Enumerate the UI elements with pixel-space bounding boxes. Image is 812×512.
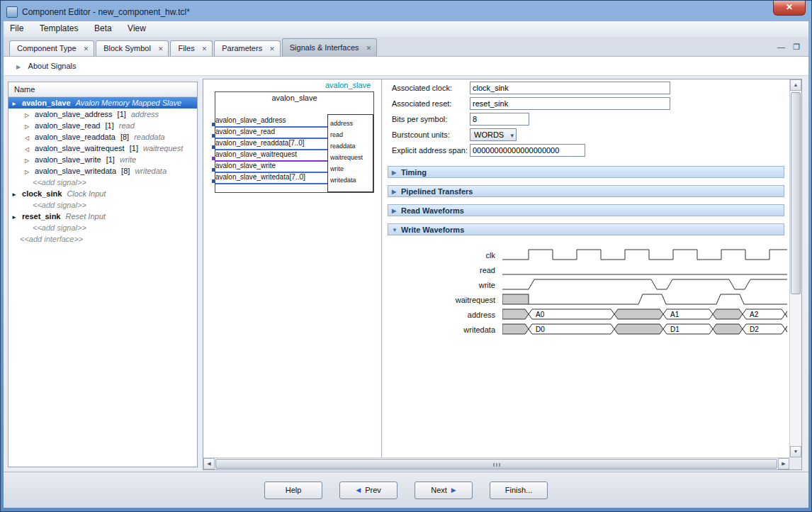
tab-block-symbol[interactable]: Block Symbol ✕: [96, 40, 169, 56]
signal-width: [1]: [105, 121, 113, 130]
finish-button[interactable]: Finish...: [490, 482, 548, 499]
tree-item-avalon-slave-waitrequest[interactable]: ◁ avalon_slave_waitrequest [1] waitreque…: [9, 143, 197, 154]
tab-close-icon[interactable]: ✕: [84, 45, 89, 52]
tree-item-avalon-slave-writedata[interactable]: ▷ avalon_slave_writedata [8] writedata: [9, 165, 197, 177]
section-read-waveforms[interactable]: ▶ Read Waveforms: [388, 204, 784, 216]
tree-item-avalon-slave-address[interactable]: ▷ avalon_slave_address [1] address: [9, 108, 197, 120]
tree-item-add-signal[interactable]: <<add signal>>: [9, 177, 197, 188]
section-write-waveforms[interactable]: ▼ Write Waveforms: [388, 223, 784, 235]
address-unknown: [785, 309, 787, 319]
tree-item-add-interface[interactable]: <<add interface>>: [9, 233, 197, 245]
titlebar: Component Editor - new_component_hw.tcl*: [6, 5, 769, 19]
tab-label: Signals & Interfaces: [290, 43, 359, 52]
menu-view[interactable]: View: [121, 21, 152, 35]
wave-label-address: address: [396, 309, 495, 321]
wave-label-read: read: [396, 265, 495, 276]
tree-item-avalon-slave-write[interactable]: ▷ avalon_slave_write [1] write: [9, 154, 197, 165]
tab-signals-interfaces[interactable]: Signals & Interfaces ✕: [282, 38, 377, 56]
section-label: Pipelined Transfers: [401, 187, 473, 196]
tree-item-avalon-slave-readdata[interactable]: ◁ avalon_slave_readdata [8] readdata: [9, 131, 197, 143]
float-window-icon[interactable]: ❐: [793, 43, 800, 51]
writedata-unknown: [713, 324, 743, 334]
menu-file[interactable]: File: [4, 21, 30, 35]
close-button[interactable]: ✕: [773, 1, 806, 16]
tree-item-reset-sink[interactable]: ► reset_sink Reset Input: [9, 211, 197, 222]
vertical-scroll-thumb[interactable]: [791, 92, 801, 294]
help-button[interactable]: Help: [264, 482, 322, 499]
signal-in-icon: ▷: [21, 167, 33, 177]
scroll-grip: [493, 463, 500, 467]
signal-name: avalon_slave_readdata: [35, 133, 115, 141]
collapsed-icon: ▶: [392, 167, 396, 179]
tab-parameters[interactable]: Parameters ✕: [214, 40, 280, 56]
app-icon: [6, 6, 18, 18]
horizontal-scrollbar[interactable]: ◀ ▶: [203, 457, 789, 469]
explicit-address-span-input[interactable]: [470, 144, 585, 157]
tab-close-icon[interactable]: ✕: [366, 45, 372, 52]
menu-templates[interactable]: Templates: [33, 21, 85, 35]
diagram-signal-label: avalon_slave_readdata[7..0]: [215, 139, 305, 147]
tabstrip: Component Type ✕ Block Symbol ✕ Files ✕ …: [4, 37, 808, 57]
collapsed-icon: ▶: [392, 205, 396, 217]
next-button[interactable]: Next ▶: [415, 482, 473, 499]
signal-out-icon: ◁: [21, 144, 33, 154]
signal-name: avalon_slave_waitrequest: [35, 144, 125, 152]
address-value: A1: [670, 311, 680, 318]
client-area: File Templates Beta View Component Type …: [4, 21, 808, 508]
tab-close-icon[interactable]: ✕: [269, 45, 275, 52]
section-timing[interactable]: ▶ Timing: [388, 166, 784, 178]
block-symbol-preview: avalon_slave avalon_slave avalon_slave_a…: [203, 79, 382, 457]
diagram-signal-read: avalon_slave_read: [215, 128, 327, 139]
writedata-value-seg: [743, 324, 785, 334]
interface-properties-panel: Associated clock: Associated reset: Bits…: [382, 79, 789, 457]
diagram-signal-label: avalon_slave_write: [215, 162, 276, 169]
about-signals-bar[interactable]: ▶ About Signals: [4, 57, 808, 76]
waitrequest-waveform: [529, 294, 787, 304]
diagram-port: waitrequest: [328, 152, 373, 163]
tab-close-icon[interactable]: ✕: [158, 45, 164, 52]
burstcount-units-label: Burstcount units:: [392, 128, 450, 141]
signals-tree-panel: Name ► avalon_slave Avalon Memory Mapped…: [8, 82, 198, 467]
tree-item-add-signal[interactable]: <<add signal>>: [9, 222, 197, 233]
associated-reset-input[interactable]: [470, 97, 670, 110]
tab-files[interactable]: Files ✕: [170, 40, 213, 56]
tree-item-add-signal[interactable]: <<add signal>>: [9, 199, 197, 211]
scrollbar-corner: [789, 457, 801, 469]
tree-item-avalon-slave[interactable]: ► avalon_slave Avalon Memory Mapped Slav…: [9, 97, 197, 108]
associated-clock-input[interactable]: [470, 82, 670, 94]
tab-close-icon[interactable]: ✕: [202, 45, 208, 52]
menu-beta[interactable]: Beta: [88, 21, 118, 35]
minimize-icon[interactable]: —: [777, 43, 785, 51]
signal-type: waitrequest: [143, 144, 183, 152]
diagram-signal-waitrequest: avalon_slave_waitrequest: [215, 150, 327, 162]
close-icon: ✕: [786, 2, 793, 12]
wave-label-write: write: [396, 279, 495, 291]
diagram-signal-label: avalon_slave_address: [215, 116, 286, 124]
prev-button[interactable]: ◀ Prev: [339, 482, 397, 499]
bits-per-symbol-input[interactable]: [470, 113, 529, 126]
scroll-right-button[interactable]: ▶: [778, 458, 789, 469]
tree-item-clock-sink[interactable]: ► clock_sink Clock Input: [9, 188, 197, 199]
vertical-scrollbar[interactable]: ▲ ▼: [789, 79, 801, 457]
scroll-left-button[interactable]: ◀: [203, 458, 215, 469]
next-button-label: Next: [431, 486, 447, 494]
writedata-unknown: [614, 324, 663, 334]
burstcount-units-value: WORDS: [474, 130, 504, 139]
add-interface-label: <<add interface>>: [20, 235, 83, 243]
address-value-seg: [743, 309, 785, 319]
tree-header-name: Name: [9, 82, 197, 97]
collapsed-icon: ▶: [392, 186, 396, 198]
scroll-down-button[interactable]: ▼: [790, 446, 801, 457]
tab-component-type[interactable]: Component Type ✕: [9, 40, 94, 56]
clk-waveform: [502, 250, 787, 260]
diagram-port: write: [328, 163, 373, 174]
section-pipelined-transfers[interactable]: ▶ Pipelined Transfers: [388, 185, 784, 197]
burstcount-units-select[interactable]: WORDS ▾: [470, 128, 517, 141]
tree-item-avalon-slave-read[interactable]: ▷ avalon_slave_read [1] read: [9, 120, 197, 131]
add-signal-label: <<add signal>>: [33, 178, 86, 187]
expanded-icon: ▼: [392, 224, 397, 236]
scroll-up-button[interactable]: ▲: [790, 79, 801, 91]
about-arrow-icon: ▶: [16, 64, 21, 70]
scroll-down-icon: ▼: [794, 449, 799, 454]
horizontal-scroll-thumb[interactable]: [215, 459, 777, 469]
